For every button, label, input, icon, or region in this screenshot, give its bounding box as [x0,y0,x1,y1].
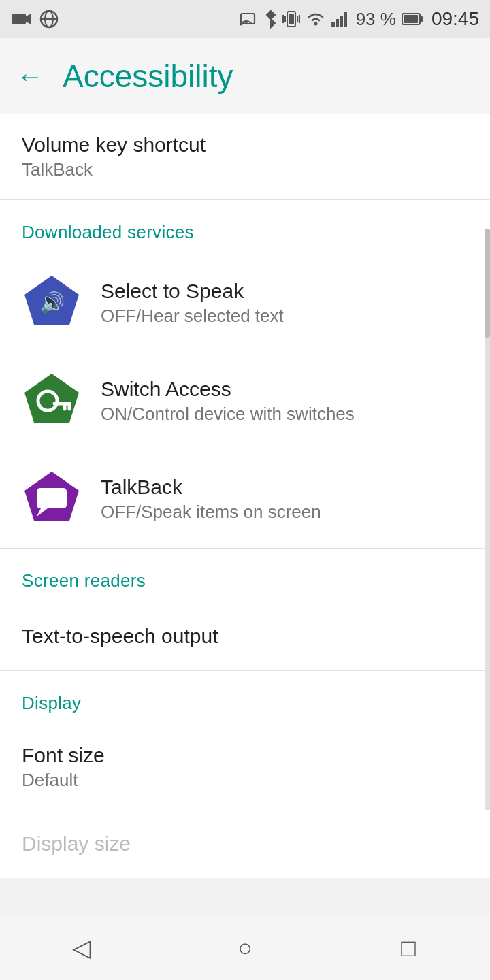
talkback-icon [22,469,82,529]
svg-point-13 [314,22,317,26]
downloaded-services-label: Downloaded services [22,222,194,242]
vibrate-icon [282,10,300,28]
svg-marker-23 [24,374,79,423]
switch-access-subtitle: ON/Control device with switches [101,404,468,425]
svg-rect-14 [331,22,335,27]
screen-readers-header: Screen readers [0,549,490,602]
back-button[interactable]: ← [16,63,44,90]
display-section: Display Font size Default Display size [0,671,490,878]
wifi-icon [306,11,326,27]
svg-rect-15 [336,19,339,27]
list-item-text-to-speech[interactable]: Text-to-speech output [0,602,490,670]
select-to-speak-icon: 🔊 [22,273,82,333]
status-bar: 93 % 09:45 [0,0,490,38]
time-display: 09:45 [431,8,479,30]
switch-access-title: Switch Access [101,378,468,401]
home-nav-icon: ○ [238,934,252,962]
page-title: Accessibility [63,58,233,95]
home-nav-button[interactable]: ○ [211,928,279,968]
select-to-speak-subtitle: OFF/Hear selected text [101,306,468,327]
svg-rect-8 [289,14,294,24]
svg-text:🔊: 🔊 [39,291,65,315]
recents-nav-icon: □ [401,934,416,962]
talkback-title: TalkBack [101,476,468,499]
svg-rect-16 [340,16,343,27]
volume-key-shortcut-text: Volume key shortcut TalkBack [22,133,468,180]
display-label: Display [22,693,81,713]
select-to-speak-text: Select to Speak OFF/Hear selected text [101,280,468,327]
volume-section: Volume key shortcut TalkBack [0,114,490,199]
list-item-display-size[interactable]: Display size [0,810,490,878]
back-nav-button[interactable]: ◁ [48,928,116,968]
display-header: Display [0,671,490,725]
svg-rect-29 [37,488,67,508]
status-right-icons: 93 % 09:45 [240,8,479,30]
text-to-speech-text: Text-to-speech output [22,625,468,648]
app-bar: ← Accessibility [0,38,490,114]
cast-icon [240,11,259,27]
list-item-select-to-speak[interactable]: 🔊 Select to Speak OFF/Hear selected text [0,254,490,352]
battery-percentage: 93 % [356,9,396,30]
screen-readers-section: Screen readers Text-to-speech output [0,549,490,670]
battery-icon [402,12,423,27]
downloaded-services-header: Downloaded services [0,200,490,254]
status-left-icons [11,10,59,29]
camera-icon [11,11,33,27]
back-nav-icon: ◁ [72,934,91,962]
volume-key-shortcut-subtitle: TalkBack [22,159,468,180]
list-item-switch-access[interactable]: Switch Access ON/Control device with swi… [0,352,490,450]
list-item-volume-key-shortcut[interactable]: Volume key shortcut TalkBack [0,114,490,199]
scrollbar-thumb[interactable] [485,229,490,338]
talkback-subtitle: OFF/Speak items on screen [101,502,468,523]
font-size-subtitle: Default [22,770,468,791]
signal-icon [331,11,350,27]
talkback-text: TalkBack OFF/Speak items on screen [101,476,468,523]
font-size-title: Font size [22,744,468,767]
display-size-text: Display size [22,832,468,855]
svg-rect-17 [344,12,347,27]
vpn-icon [39,10,59,29]
svg-marker-1 [26,14,31,24]
text-to-speech-title: Text-to-speech output [22,625,468,648]
font-size-text: Font size Default [22,744,468,791]
downloaded-services-section: Downloaded services 🔊 Select to Speak OF… [0,200,490,548]
navigation-bar: ◁ ○ □ [0,915,490,980]
switch-access-text: Switch Access ON/Control device with swi… [101,378,468,425]
scrollbar-track[interactable] [485,229,490,841]
display-size-title: Display size [22,832,468,855]
volume-key-shortcut-title: Volume key shortcut [22,133,468,157]
bluetooth-icon [265,10,277,29]
list-item-talkback[interactable]: TalkBack OFF/Speak items on screen [0,450,490,548]
switch-access-icon [22,371,82,431]
svg-rect-20 [404,15,418,23]
svg-rect-19 [420,16,423,22]
screen-readers-label: Screen readers [22,570,146,591]
recents-nav-button[interactable]: □ [374,928,442,968]
select-to-speak-title: Select to Speak [101,280,468,303]
svg-rect-0 [12,14,26,24]
list-item-font-size[interactable]: Font size Default [0,725,490,810]
content-area: Volume key shortcut TalkBack Downloaded … [0,114,490,943]
